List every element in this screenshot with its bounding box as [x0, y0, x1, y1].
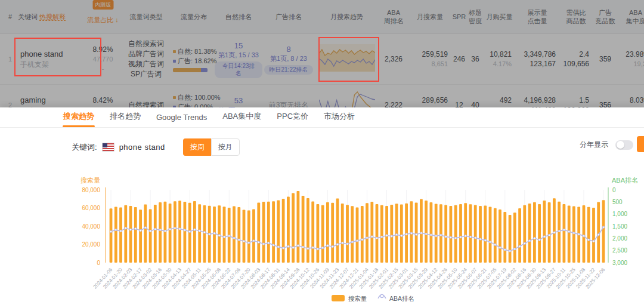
line-point[interactable] [115, 229, 117, 230]
bar[interactable] [484, 206, 487, 263]
line-point[interactable] [346, 243, 348, 245]
bar[interactable] [380, 205, 383, 263]
bar[interactable] [583, 205, 586, 263]
line-point[interactable] [494, 244, 496, 245]
bar[interactable] [425, 201, 428, 263]
line-point[interactable] [469, 236, 471, 238]
line-point[interactable] [159, 229, 161, 230]
bar[interactable] [257, 203, 260, 263]
bar[interactable] [454, 205, 457, 263]
line-point[interactable] [243, 241, 244, 242]
col-header-organic_rank[interactable]: 自然排名 [215, 13, 262, 21]
line-point[interactable] [405, 233, 407, 235]
line-point[interactable] [435, 235, 437, 237]
bar[interactable] [154, 205, 157, 263]
bar[interactable] [311, 202, 314, 263]
bar[interactable] [184, 202, 187, 263]
line-point[interactable] [233, 237, 235, 239]
tab-Google Trends[interactable]: Google Trends [156, 113, 207, 127]
bar[interactable] [144, 205, 147, 263]
bar[interactable] [203, 205, 206, 263]
bar[interactable] [489, 207, 492, 263]
hot-search-explain-link[interactable]: 热搜解释 [39, 13, 66, 21]
line-point[interactable] [509, 250, 510, 252]
col-header-traffic_dist[interactable]: 流量分布 [173, 13, 215, 21]
line-point[interactable] [558, 230, 560, 232]
line-point[interactable] [450, 236, 451, 238]
bar[interactable] [499, 210, 501, 263]
bar[interactable] [464, 203, 467, 263]
tab-PPC竞价[interactable]: PPC竞价 [277, 111, 308, 127]
bar[interactable] [218, 205, 221, 263]
bar[interactable] [114, 207, 117, 263]
line-point[interactable] [307, 248, 309, 249]
bar[interactable] [538, 204, 541, 263]
bar[interactable] [124, 205, 127, 263]
line-point[interactable] [292, 247, 294, 248]
line-point[interactable] [489, 241, 491, 243]
line-point[interactable] [415, 233, 417, 235]
bar[interactable] [198, 204, 201, 263]
line-point[interactable] [169, 228, 171, 230]
bar[interactable] [533, 202, 536, 263]
bar[interactable] [528, 204, 531, 263]
mini-trend-chart[interactable] [319, 90, 375, 107]
line-point[interactable] [440, 234, 442, 236]
line-point[interactable] [386, 235, 388, 236]
line-point[interactable] [336, 244, 338, 245]
line-point[interactable] [144, 227, 146, 229]
col-header-title_density[interactable]: 标题 密度 [467, 8, 484, 25]
bar[interactable] [400, 205, 403, 263]
line-point[interactable] [149, 230, 151, 232]
line-point[interactable] [593, 241, 595, 242]
line-point[interactable] [401, 235, 402, 236]
bar[interactable] [306, 198, 309, 263]
line-point[interactable] [381, 236, 383, 238]
bar[interactable] [237, 207, 240, 263]
col-header-word_type[interactable]: 流量词类型 [119, 13, 173, 21]
bar[interactable] [430, 202, 433, 263]
bar[interactable] [587, 207, 590, 263]
line-point[interactable] [460, 236, 462, 238]
line-point[interactable] [248, 242, 250, 244]
bar[interactable] [297, 191, 300, 263]
bar[interactable] [169, 204, 172, 263]
line-point[interactable] [218, 235, 220, 236]
bar[interactable] [435, 204, 438, 263]
mini-trend-chart[interactable] [319, 44, 375, 72]
line-point[interactable] [548, 234, 550, 236]
line-point[interactable] [514, 248, 516, 250]
col-header-supply[interactable]: 需供比 商品数 [559, 8, 593, 25]
line-point[interactable] [553, 232, 555, 233]
line-point[interactable] [194, 229, 196, 230]
line-point[interactable] [174, 227, 176, 229]
line-point[interactable] [268, 242, 270, 244]
bar[interactable] [361, 206, 364, 263]
line-point[interactable] [302, 246, 304, 248]
line-point[interactable] [578, 233, 580, 235]
bar[interactable] [336, 199, 339, 263]
bar[interactable] [395, 204, 398, 263]
col-header-keyword[interactable]: 关键词热搜解释 [18, 13, 86, 21]
bar[interactable] [351, 206, 354, 263]
line-point[interactable] [312, 247, 314, 248]
bar[interactable] [341, 204, 344, 263]
bar[interactable] [282, 199, 285, 263]
bar[interactable] [287, 197, 290, 263]
bar[interactable] [356, 208, 359, 263]
bar[interactable] [370, 202, 373, 263]
bar[interactable] [420, 199, 423, 263]
line-point[interactable] [287, 245, 289, 247]
bar[interactable] [523, 205, 526, 263]
line-point[interactable] [588, 239, 590, 241]
line-point[interactable] [479, 238, 481, 240]
line-point[interactable] [519, 245, 521, 247]
yearly-display-toggle[interactable] [615, 140, 633, 150]
bar[interactable] [518, 208, 521, 263]
line-point[interactable] [184, 229, 185, 231]
line-point[interactable] [125, 227, 126, 229]
col-header-impressions[interactable]: 展示量 点击量 [515, 8, 559, 25]
line-point[interactable] [110, 230, 112, 232]
col-header-volume[interactable]: 月搜索量 [408, 13, 451, 21]
col-header-ad_rank[interactable]: 广告排名 [262, 13, 315, 21]
